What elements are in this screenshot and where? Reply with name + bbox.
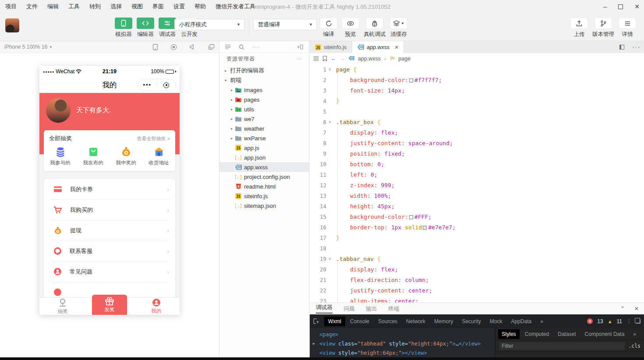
mode-select[interactable]: 小程序模式 ▼ [174,19,244,30]
view-all-lottery-link[interactable]: 查看全部抽奖 > [137,135,170,142]
styles-tab-Computed[interactable]: Computed [521,329,552,339]
wxml-node[interactable]: ▶<view class="tabhead" style="height:64p… [310,339,495,348]
devtools-tab-Memory[interactable]: Memory [430,317,457,326]
code-line[interactable]: 13width: 100%; [310,190,644,201]
code-line[interactable]: 12z-index: 999; [310,180,644,190]
editor-tab-app.wxss[interactable]: app.wxss✕ [352,41,404,53]
bookmark-icon[interactable] [322,56,327,61]
tree-item-app.wxss[interactable]: app.wxss [219,162,309,172]
editor-tab-siteinfo.js[interactable]: JSsiteinfo.js [310,41,352,53]
tree-item-打开的编辑器[interactable]: ▸打开的编辑器 [219,66,309,75]
code-line[interactable]: 22justify-content: center; [310,285,644,296]
device-select[interactable]: iPhone 5 100% 16 ▼ [0,44,53,50]
code-line[interactable]: 21flex-direction: column; [310,274,644,285]
menu-item-常见问题[interactable]: 常见问题› [44,261,175,282]
sound-icon[interactable] [189,44,196,50]
compile-mode-select[interactable]: 普通编译 ▼ [253,19,317,30]
code-line[interactable]: 19∨.tabbar_nav { [310,253,644,264]
more-tabs-icon[interactable]: » [536,317,547,326]
tree-item-前端[interactable]: ▾前端 [219,75,309,85]
调试器-button[interactable] [159,18,176,29]
outline-list-icon[interactable] [225,44,231,50]
wxml-node[interactable]: <view style="height:64px;"></view> [310,348,495,357]
fold-chevron-icon[interactable]: ∨ [326,120,333,124]
code-line[interactable]: 16border-top: 1px solid#e7e7e7; [310,222,644,232]
debugger-tab-调试器[interactable]: 调试器 [316,304,333,314]
tree-item-siteinfo.js[interactable]: JSsiteinfo.js [219,191,309,201]
模拟器-button[interactable] [115,18,132,29]
quick-item-我发布的[interactable]: 我发布的 [77,146,110,166]
expand-arrow-icon[interactable]: ▶ [313,342,315,346]
error-badge-icon[interactable]: ✕ [587,318,593,324]
code-line[interactable]: 10bottom: 0; [310,159,644,169]
outline-list-icon[interactable] [313,56,319,61]
code-line[interactable]: 20display: flex; [310,264,644,274]
code-line[interactable]: 6∨.tabbar_box { [310,117,644,127]
tree-item-pages[interactable]: ▸pages [219,95,309,104]
devtools-tab-Wxml[interactable]: Wxml [324,317,345,326]
rotate-device-icon[interactable] [152,44,158,50]
devtools-menu-icon[interactable]: ⋮ [626,318,632,324]
code-line[interactable]: 7display: flex; [310,127,644,138]
more-menu-icon[interactable]: ••• [138,83,157,87]
styles-tab-Component Data[interactable]: Component Data [581,329,628,339]
exit-miniprogram-icon[interactable] [157,82,176,88]
code-line[interactable]: 8justify-content: space-around; [310,138,644,148]
menu-item-联系客服[interactable]: 联系客服› [44,241,175,261]
styles-tab-Dataset[interactable]: Dataset [554,329,579,339]
minimize-icon[interactable]: – [603,4,607,9]
menu-item-编辑[interactable]: 编辑 [47,3,59,11]
menu-item-视图[interactable]: 视图 [131,3,143,11]
cls-toggle[interactable]: .cls [628,343,640,349]
code-line[interactable]: 4} [310,96,644,106]
编译-button[interactable] [320,18,337,29]
close-icon[interactable]: ✕ [634,3,640,10]
menu-item-文件[interactable]: 文件 [26,3,38,11]
版本管理-button[interactable] [594,18,612,29]
search-icon[interactable] [239,44,244,50]
menu-item-帮助[interactable]: 帮助 [195,3,206,11]
code-line[interactable]: 2background-color:#f7f7f7; [310,75,644,85]
menu-item-提现[interactable]: 提现› [44,220,175,241]
split-editor-icon[interactable] [619,45,624,50]
multi-window-icon[interactable] [208,44,215,50]
fold-chevron-icon[interactable]: ∨ [326,257,333,261]
devtools-tab-Network[interactable]: Network [402,317,429,326]
devtools-tab-AppData[interactable]: AppData [507,317,535,326]
tree-item-weather[interactable]: ▸weather [219,124,309,133]
tree-item-images[interactable]: ▸images [219,85,309,95]
清缓存-button[interactable]: ▼ [390,18,407,29]
code-line[interactable]: 15background-color:#FFF; [310,211,644,222]
explorer-more-icon[interactable]: ··· [297,56,309,62]
undock-icon[interactable] [636,319,640,324]
collapse-panel-icon[interactable]: ⌃ [620,306,625,312]
styles-filter-input[interactable]: Filter [499,342,625,350]
tab-我的[interactable]: 我的 [133,298,180,315]
debugger-tab-问题[interactable]: 问题 [344,305,355,313]
tree-item-sitemap.json[interactable]: {.}sitemap.json [219,201,309,210]
breadcrumb-node[interactable]: page [398,56,410,62]
menu-item-工具[interactable]: 工具 [68,3,80,11]
more-icon[interactable]: ··· [252,44,260,50]
tree-item-wxParse[interactable]: ▸wxParse [219,133,309,143]
record-icon[interactable] [170,44,177,50]
maximize-icon[interactable] [618,4,623,9]
close-panel-icon[interactable]: ✕ [634,306,639,312]
collapse-panel-icon[interactable] [297,44,304,50]
menu-item-我购买的[interactable]: 我购买的› [44,200,175,220]
menu-item-转到[interactable]: 转到 [89,3,101,11]
avatar[interactable] [5,18,19,32]
code-line[interactable]: 17} [310,232,644,243]
devtools-tab-Security[interactable]: Security [458,317,485,326]
编辑器-button[interactable] [137,18,154,29]
真机调试-button[interactable] [366,18,383,29]
warning-count[interactable]: 11 [617,318,622,324]
warning-badge-icon[interactable]: ▲ [608,319,612,324]
code-line[interactable]: 18 [310,243,644,253]
menu-item-微信开发者工具[interactable]: 微信开发者工具 [216,3,255,11]
tree-item-app.json[interactable]: {.}app.json [219,153,309,162]
more-tabs-icon[interactable]: » [630,329,640,339]
tree-item-we7[interactable]: ▸we7 [219,114,309,124]
上传-button[interactable] [570,18,588,29]
code-line[interactable]: 23align-items: center; [310,296,644,303]
